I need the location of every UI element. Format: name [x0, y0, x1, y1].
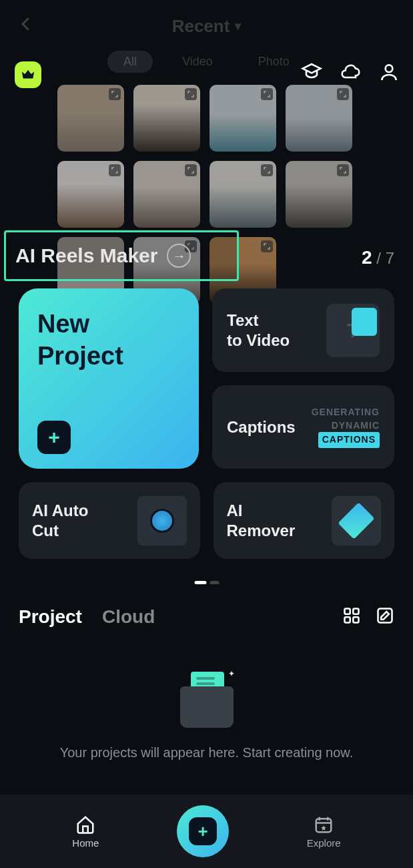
nav-create-button[interactable]: +: [177, 805, 229, 857]
crown-badge[interactable]: [15, 61, 41, 88]
media-thumb[interactable]: [57, 85, 124, 152]
recent-label: Recent: [172, 16, 230, 37]
feature-label: Text to Video: [227, 310, 290, 351]
ai-cut-icon: [137, 496, 187, 546]
empty-message: Your projects will appear here. Start cr…: [60, 745, 354, 761]
media-thumb[interactable]: [210, 161, 276, 228]
recent-dropdown[interactable]: Recent ▾: [172, 16, 242, 37]
project-tabs: Project Cloud: [19, 606, 394, 628]
arrow-right-circle-icon: →: [167, 244, 191, 268]
svg-rect-3: [345, 617, 350, 622]
svg-point-0: [386, 65, 393, 72]
header-icons: [301, 61, 400, 85]
captions-preview: GENERATING DYNAMIC CAPTIONS: [312, 406, 380, 448]
svg-rect-4: [353, 617, 358, 622]
feature-label: AI Remover: [227, 501, 296, 541]
dot-active[interactable]: [194, 581, 206, 584]
page-current: 2: [362, 247, 372, 268]
dot[interactable]: [210, 581, 219, 584]
filter-tab-all[interactable]: All: [107, 51, 153, 73]
expand-icon[interactable]: [261, 88, 273, 100]
top-bar: Recent ▾: [0, 0, 413, 47]
captions-card[interactable]: Captions GENERATING DYNAMIC CAPTIONS: [212, 385, 394, 469]
expand-icon[interactable]: [261, 164, 273, 176]
media-thumb[interactable]: [133, 161, 200, 228]
plus-icon: +: [37, 421, 71, 454]
tab-cloud[interactable]: Cloud: [102, 606, 155, 628]
ai-remover-card[interactable]: AI Remover: [214, 482, 395, 559]
bottom-nav: Home + Explore: [0, 795, 413, 868]
media-thumb[interactable]: [210, 85, 276, 152]
media-thumb[interactable]: [286, 85, 352, 152]
edit-icon[interactable]: [376, 606, 394, 628]
media-thumb[interactable]: [133, 85, 200, 152]
nav-explore[interactable]: Explore: [307, 815, 341, 849]
media-thumb[interactable]: [57, 161, 124, 228]
text-to-video-card[interactable]: Text to Video T: [212, 288, 394, 372]
expand-icon[interactable]: [109, 164, 121, 176]
carousel-dots: [194, 581, 219, 584]
svg-rect-5: [378, 609, 392, 623]
feature-label: Captions: [227, 417, 296, 437]
feature-grid: New Project + Text to Video T Captions G…: [19, 288, 394, 469]
back-icon[interactable]: [16, 12, 36, 40]
feature-row-2: AI Auto Cut AI Remover: [19, 482, 394, 559]
feature-label: AI Auto Cut: [32, 501, 88, 541]
expand-icon[interactable]: [337, 164, 349, 176]
new-project-card[interactable]: New Project +: [19, 288, 199, 469]
filter-tab-video[interactable]: Video: [166, 51, 229, 73]
expand-icon[interactable]: [109, 88, 121, 100]
tab-project[interactable]: Project: [19, 606, 82, 628]
nav-home-label: Home: [72, 837, 99, 849]
cloud-icon[interactable]: [340, 61, 361, 85]
text-to-video-icon: T: [326, 304, 380, 357]
page-sep: /: [372, 249, 386, 267]
grid-view-icon[interactable]: [342, 606, 361, 628]
media-thumb[interactable]: [286, 161, 352, 228]
ai-auto-cut-card[interactable]: AI Auto Cut: [19, 482, 200, 559]
page-indicator: 2 / 7: [362, 247, 394, 268]
empty-state: ✦ Your projects will appear here. Start …: [0, 668, 413, 761]
nav-explore-label: Explore: [307, 837, 341, 849]
filter-tab-photo[interactable]: Photo: [242, 51, 306, 73]
expand-icon[interactable]: [185, 88, 197, 100]
nav-home[interactable]: Home: [72, 815, 99, 849]
learn-icon[interactable]: [301, 61, 322, 85]
page-total: 7: [386, 249, 394, 267]
expand-icon[interactable]: [337, 88, 349, 100]
expand-icon[interactable]: [185, 164, 197, 176]
expand-icon[interactable]: [261, 240, 273, 252]
ai-remover-icon: [332, 496, 381, 546]
empty-folder-icon: ✦: [173, 668, 240, 728]
profile-icon[interactable]: [378, 61, 400, 85]
svg-rect-2: [353, 609, 358, 614]
plus-icon: +: [189, 817, 217, 845]
chevron-down-icon: ▾: [235, 19, 241, 33]
new-project-title: New Project: [37, 308, 180, 372]
ai-reels-banner[interactable]: AI Reels Maker →: [4, 230, 239, 281]
svg-rect-1: [345, 609, 350, 614]
ai-reels-title: AI Reels Maker: [15, 244, 157, 267]
